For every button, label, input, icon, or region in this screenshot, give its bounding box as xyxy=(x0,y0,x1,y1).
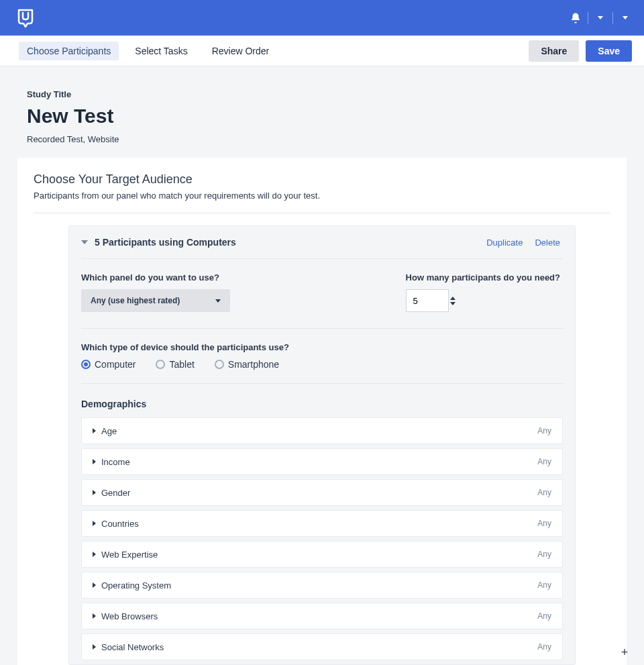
demographic-label: Countries xyxy=(101,519,139,529)
count-question-label: How many participants do you need? xyxy=(406,272,560,283)
share-button[interactable]: Share xyxy=(529,40,579,62)
device-row: Which type of device should the particip… xyxy=(81,329,563,384)
demographic-value: Any xyxy=(537,488,551,497)
expand-caret-icon xyxy=(93,582,96,588)
radio-icon xyxy=(156,360,165,369)
delete-link[interactable]: Delete xyxy=(535,238,560,248)
demographic-label: Web Browsers xyxy=(101,611,158,621)
top-right-controls xyxy=(569,11,632,25)
device-option-label: Smartphone xyxy=(228,359,279,370)
chevron-down-icon xyxy=(215,299,221,303)
panel-field: Which panel do you want to use? Any (use… xyxy=(81,272,230,312)
page-content: Study Title New Test Recorded Test, Webs… xyxy=(0,66,644,665)
expand-caret-icon xyxy=(93,552,96,557)
expand-caret-icon xyxy=(93,428,96,433)
sub-nav: Choose Participants Select Tasks Review … xyxy=(0,36,644,66)
panel-title: Choose Your Target Audience xyxy=(34,172,610,187)
participant-count-input[interactable] xyxy=(406,289,449,312)
demographic-value: Any xyxy=(537,426,551,436)
demographic-social-networks[interactable]: Social Networks Any xyxy=(81,633,563,660)
separator xyxy=(612,12,613,24)
demographic-label: Age xyxy=(101,426,117,436)
panel-select-value: Any (use highest rated) xyxy=(91,296,180,305)
demographic-value: Any xyxy=(537,580,551,590)
subbar-actions: Share Save xyxy=(529,40,632,62)
demographic-value: Any xyxy=(537,457,551,466)
count-spinner xyxy=(449,289,455,312)
panel-count-row: Which panel do you want to use? Any (use… xyxy=(81,259,563,329)
expand-caret-icon xyxy=(93,521,96,526)
demographic-countries[interactable]: Countries Any xyxy=(81,510,563,537)
demographic-label: Operating System xyxy=(101,580,171,591)
group-actions: Duplicate Delete xyxy=(486,238,560,248)
demographic-label: Social Networks xyxy=(101,642,164,652)
demographic-label: Web Expertise xyxy=(101,550,158,560)
notifications-bell-icon[interactable] xyxy=(569,11,582,25)
add-fab-icon[interactable]: + xyxy=(617,645,632,660)
collapse-caret-icon xyxy=(81,240,88,244)
chevron-down-icon xyxy=(598,16,603,19)
demographic-label: Income xyxy=(101,457,130,467)
demographic-value: Any xyxy=(537,611,551,621)
tab-select-tasks[interactable]: Select Tasks xyxy=(127,42,195,60)
panel-subtitle: Participants from our panel who match yo… xyxy=(34,191,610,201)
demographic-gender[interactable]: Gender Any xyxy=(81,479,563,506)
panel-question-label: Which panel do you want to use? xyxy=(81,272,230,283)
radio-icon xyxy=(81,360,91,369)
dropdown-menu-2[interactable] xyxy=(619,11,632,25)
device-option-label: Tablet xyxy=(169,359,194,370)
expand-caret-icon xyxy=(93,644,96,650)
expand-caret-icon xyxy=(93,459,96,464)
radio-icon xyxy=(215,360,224,369)
count-input-wrap xyxy=(406,289,560,312)
chevron-down-icon xyxy=(623,16,628,19)
demographic-value: Any xyxy=(537,519,551,528)
group-title: 5 Participants using Computers xyxy=(95,237,236,248)
device-option-label: Computer xyxy=(95,359,136,370)
spinner-up-icon[interactable] xyxy=(450,297,455,300)
device-option-smartphone[interactable]: Smartphone xyxy=(215,359,279,370)
study-title: New Test xyxy=(27,105,632,127)
demographic-value: Any xyxy=(537,550,551,559)
device-question-label: Which type of device should the particip… xyxy=(81,342,560,352)
demographics-title: Demographics xyxy=(81,384,563,417)
device-option-computer[interactable]: Computer xyxy=(81,359,136,370)
device-option-tablet[interactable]: Tablet xyxy=(156,359,194,370)
app-logo[interactable] xyxy=(17,9,34,28)
panel-select[interactable]: Any (use highest rated) xyxy=(81,289,230,312)
demographic-value: Any xyxy=(537,642,551,652)
top-bar xyxy=(0,0,644,36)
tab-choose-participants[interactable]: Choose Participants xyxy=(19,42,119,60)
expand-caret-icon xyxy=(93,490,96,495)
count-field: How many participants do you need? xyxy=(406,272,560,312)
demographic-age[interactable]: Age Any xyxy=(81,417,563,444)
study-title-label: Study Title xyxy=(27,89,632,99)
demographic-income[interactable]: Income Any xyxy=(81,448,563,475)
demographic-web-browsers[interactable]: Web Browsers Any xyxy=(81,603,563,629)
tab-review-order[interactable]: Review Order xyxy=(204,42,278,60)
duplicate-link[interactable]: Duplicate xyxy=(486,238,523,248)
wizard-tabs: Choose Participants Select Tasks Review … xyxy=(12,42,277,60)
demographic-operating-system[interactable]: Operating System Any xyxy=(81,572,563,599)
expand-caret-icon xyxy=(93,613,96,619)
spinner-down-icon[interactable] xyxy=(450,302,455,305)
save-button[interactable]: Save xyxy=(586,40,632,62)
group-header-left[interactable]: 5 Participants using Computers xyxy=(81,237,236,248)
divider xyxy=(34,213,610,213)
demographic-label: Gender xyxy=(101,488,130,498)
demographic-web-expertise[interactable]: Web Expertise Any xyxy=(81,541,563,568)
study-subtitle: Recorded Test, Website xyxy=(27,134,632,144)
device-options: Computer Tablet Smartphone xyxy=(81,359,560,370)
separator xyxy=(588,12,588,24)
dropdown-menu-1[interactable] xyxy=(594,11,607,25)
audience-panel: Choose Your Target Audience Participants… xyxy=(17,158,627,665)
group-header: 5 Participants using Computers Duplicate… xyxy=(81,226,563,259)
participant-group-card: 5 Participants using Computers Duplicate… xyxy=(68,225,576,665)
